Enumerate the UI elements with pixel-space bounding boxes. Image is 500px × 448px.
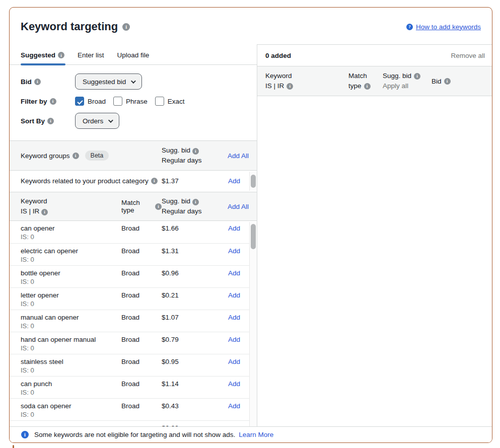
keyword-suggested-bid: $1.66 bbox=[162, 221, 220, 241]
keyword-add-button[interactable]: Add bbox=[220, 310, 249, 330]
keyword-table-header: Keyword IS | IR i Match type i Sugg. bid… bbox=[10, 192, 257, 221]
keyword-name: electric can opener bbox=[21, 247, 121, 255]
checkbox-broad[interactable]: Broad bbox=[75, 97, 106, 106]
keyword-add-button[interactable]: Add bbox=[220, 332, 249, 352]
tab-bar: Suggested i Enter list Upload file bbox=[10, 46, 257, 65]
card-footer: i Some keywords are not eligible for tar… bbox=[10, 426, 492, 442]
keyword-list: can opener IS: 0 Broad $1.66 Add electri… bbox=[10, 221, 257, 427]
group-name: Keywords related to your product categor… bbox=[21, 177, 162, 185]
keyword-impression-share: IS: 0 bbox=[21, 278, 121, 285]
keyword-impression-share: IS: 0 bbox=[21, 233, 121, 241]
suggestions-panel: Suggested i Enter list Upload file Bid i bbox=[10, 46, 257, 427]
keyword-add-button[interactable]: Add bbox=[220, 288, 249, 308]
info-icon[interactable]: i bbox=[364, 83, 371, 90]
learn-more-link[interactable]: Learn More bbox=[239, 431, 273, 438]
info-icon[interactable]: i bbox=[122, 23, 130, 31]
how-to-add-keywords-link[interactable]: How to add keywords bbox=[416, 23, 481, 31]
tab-upload-file-label: Upload file bbox=[117, 51, 150, 59]
sort-by-dropdown[interactable]: Orders bbox=[75, 113, 119, 129]
keyword-match-type: Broad bbox=[121, 354, 162, 374]
keyword-impression-share: IS: 0 bbox=[21, 256, 121, 263]
page-title: Keyword targeting i bbox=[21, 20, 130, 33]
keywords-add-all-button[interactable]: Add All bbox=[220, 203, 257, 210]
sort-by-label: Sort By i bbox=[21, 117, 75, 125]
info-icon[interactable]: i bbox=[50, 98, 56, 105]
phrase-label: Phrase bbox=[126, 98, 148, 105]
keyword-impression-share: IS: 0 bbox=[21, 411, 121, 418]
keyword-suggested-bid: $1.14 bbox=[162, 377, 220, 396]
tab-suggested[interactable]: Suggested i bbox=[21, 46, 64, 65]
bid-dropdown[interactable]: Suggested bid bbox=[75, 73, 142, 90]
question-icon[interactable]: ? bbox=[406, 24, 413, 30]
keyword-row: hand can opener manual IS: 0 Broad $0.79… bbox=[10, 332, 257, 354]
keyword-suggested-bid: $0.79 bbox=[162, 332, 220, 352]
group-row: Keywords related to your product categor… bbox=[10, 171, 257, 191]
sugg-bid-col-header: Sugg. bid i Regular days bbox=[162, 196, 220, 216]
keyword-name: bottle opener bbox=[21, 269, 121, 277]
sort-by-value: Orders bbox=[83, 117, 103, 125]
keyword-add-button[interactable]: Add bbox=[220, 399, 249, 418]
keyword-add-button[interactable]: Add bbox=[220, 354, 249, 374]
keywords-scrollbar-thumb[interactable] bbox=[251, 224, 256, 249]
groups-add-all-button[interactable]: Add All bbox=[220, 152, 257, 160]
keyword-add-button[interactable]: Add bbox=[220, 221, 249, 241]
page: Keyword targeting i ? How to add keyword… bbox=[0, 0, 500, 448]
info-icon[interactable]: i bbox=[414, 73, 420, 80]
tab-enter-list-label: Enter list bbox=[78, 51, 104, 59]
info-icon[interactable]: i bbox=[41, 209, 48, 215]
keyword-add-button[interactable]: Add bbox=[220, 244, 249, 263]
keyword-rows: can opener IS: 0 Broad $1.66 Add electri… bbox=[10, 221, 257, 427]
added-keyword-col-header: Keyword IS | IR i bbox=[265, 71, 348, 91]
info-icon[interactable]: i bbox=[47, 118, 54, 124]
keyword-impression-share: IS: 0 bbox=[21, 366, 121, 374]
tab-enter-list[interactable]: Enter list bbox=[78, 46, 104, 65]
keyword-suggested-bid: $0.95 bbox=[162, 354, 220, 374]
info-icon[interactable]: i bbox=[444, 78, 451, 85]
bid-label: Bid i bbox=[21, 78, 75, 86]
info-icon[interactable]: i bbox=[287, 83, 293, 90]
keyword-match-type: Broad bbox=[121, 221, 162, 241]
info-icon: i bbox=[21, 431, 29, 438]
filter-by-row: Filter by i Broad Phrase Exact bbox=[21, 97, 246, 106]
info-icon[interactable]: i bbox=[192, 148, 199, 155]
groups-scrollbar-track[interactable] bbox=[249, 172, 257, 191]
groups-scrollbar-thumb[interactable] bbox=[251, 175, 256, 188]
keyword-match-type: Broad bbox=[121, 266, 162, 285]
keyword-name: hand can opener manual bbox=[21, 336, 121, 343]
keyword-impression-share: IS: 0 bbox=[21, 322, 121, 330]
beta-badge: Beta bbox=[85, 151, 109, 161]
keyword-suggested-bid: $1.07 bbox=[162, 310, 220, 330]
keyword-groups-list: Keywords related to your product categor… bbox=[10, 171, 257, 192]
group-add-button[interactable]: Add bbox=[220, 177, 249, 185]
exact-checkbox[interactable] bbox=[155, 97, 164, 106]
tab-upload-file[interactable]: Upload file bbox=[117, 46, 150, 65]
sort-by-row: Sort By i Orders bbox=[21, 113, 246, 129]
info-icon[interactable]: i bbox=[151, 178, 158, 184]
remove-all-button[interactable]: Remove all bbox=[451, 52, 485, 59]
exact-label: Exact bbox=[168, 98, 185, 105]
info-icon[interactable]: i bbox=[34, 79, 41, 85]
added-sugg-bid-col-header: Sugg. bid i Apply all bbox=[383, 71, 432, 91]
checkbox-phrase[interactable]: Phrase bbox=[113, 97, 148, 106]
broad-label: Broad bbox=[88, 98, 106, 105]
keyword-row: can opener IS: 0 Broad $1.66 Add bbox=[10, 221, 257, 243]
bid-row: Bid i Suggested bid bbox=[21, 73, 246, 90]
keyword-suggested-bid: $0.21 bbox=[162, 288, 220, 308]
phrase-checkbox[interactable] bbox=[113, 97, 122, 106]
filter-controls: Bid i Suggested bid Filter by i bbox=[10, 65, 257, 140]
apply-all-button[interactable]: Apply all bbox=[383, 82, 408, 90]
match-type-col-header: Match type i bbox=[121, 199, 162, 214]
keyword-add-button[interactable]: Add bbox=[220, 377, 249, 396]
keyword-row: bottle opener IS: 0 Broad $0.96 Add bbox=[10, 265, 257, 287]
info-icon[interactable]: i bbox=[73, 153, 79, 159]
keywords-scrollbar-track[interactable] bbox=[249, 222, 257, 426]
keyword-name: can opener bbox=[21, 225, 121, 232]
keyword-add-button[interactable]: Add bbox=[220, 266, 249, 285]
broad-checkbox[interactable] bbox=[75, 97, 84, 106]
info-icon[interactable]: i bbox=[155, 203, 162, 210]
keyword-groups-title: Keyword groups i Beta bbox=[21, 151, 162, 161]
keyword-match-type: Broad bbox=[121, 288, 162, 308]
info-icon[interactable]: i bbox=[192, 199, 199, 205]
checkbox-exact[interactable]: Exact bbox=[155, 97, 185, 106]
info-icon[interactable]: i bbox=[58, 52, 64, 58]
